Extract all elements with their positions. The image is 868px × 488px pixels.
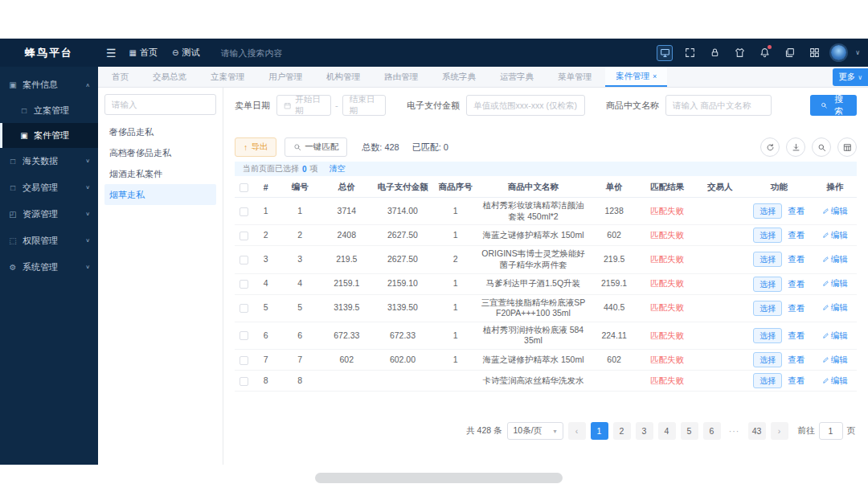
select-button[interactable]: 选择 xyxy=(753,373,782,388)
category-list-item[interactable]: 高档奢侈品走私 xyxy=(104,142,216,163)
more-tabs-button[interactable]: 更多 ∨ xyxy=(833,68,868,86)
tab[interactable]: 运营字典 xyxy=(489,67,547,87)
row-checkbox[interactable] xyxy=(240,256,248,265)
next-page-button[interactable]: › xyxy=(771,422,788,440)
clear-selection-link[interactable]: 清空 xyxy=(330,163,346,174)
view-link[interactable]: 查看 xyxy=(788,254,805,264)
tab[interactable]: 机构管理 xyxy=(316,67,374,87)
row-checkbox[interactable] xyxy=(240,304,248,313)
category-list-item[interactable]: 烟酒走私案件 xyxy=(104,163,216,184)
edit-link[interactable]: 编辑 xyxy=(822,355,848,364)
edit-link[interactable]: 编辑 xyxy=(822,278,848,288)
edit-link[interactable]: 编辑 xyxy=(822,330,848,340)
avatar-chevron-down-icon[interactable]: ∨ xyxy=(855,49,860,56)
sidebar-item[interactable]: ▣ 案件管理 xyxy=(0,123,98,148)
row-checkbox[interactable] xyxy=(240,280,248,289)
column-settings-icon[interactable] xyxy=(837,137,857,157)
page-button[interactable]: 3 xyxy=(636,422,653,440)
page-button[interactable]: 5 xyxy=(681,422,698,440)
sidebar-item[interactable]: ⚙ 系统管理 ∨ xyxy=(0,254,98,281)
refresh-icon[interactable] xyxy=(760,137,780,157)
edit-link[interactable]: 编辑 xyxy=(822,302,848,312)
row-checkbox[interactable] xyxy=(240,331,248,340)
sidebar-item[interactable]: ⬚ 权限管理 ∨ xyxy=(0,228,98,254)
page-size-select[interactable]: 10条/页 ▾ xyxy=(507,422,563,440)
monitor-icon[interactable] xyxy=(657,45,673,61)
search-button[interactable]: 搜索 xyxy=(810,95,857,116)
chevron-icon: ∨ xyxy=(85,158,90,164)
category-list-item[interactable]: 烟草走私 xyxy=(104,184,216,205)
product-name-input[interactable] xyxy=(665,95,772,116)
top-menu-test[interactable]: ⊖ 测试 xyxy=(172,47,199,59)
view-link[interactable]: 查看 xyxy=(788,279,805,289)
apps-grid-icon[interactable] xyxy=(806,45,822,61)
page-button[interactable]: 1 xyxy=(591,422,608,440)
category-search-input[interactable] xyxy=(104,94,216,115)
tab[interactable]: 用户管理 xyxy=(258,67,316,87)
date-end-picker[interactable]: 结束日期 xyxy=(342,95,386,116)
tab[interactable]: 路由管理 xyxy=(374,67,432,87)
edit-link[interactable]: 编辑 xyxy=(822,254,848,264)
view-link[interactable]: 查看 xyxy=(788,375,805,385)
sidebar-item[interactable]: ▣ 案件信息 ∧ xyxy=(0,72,98,98)
sidebar-item[interactable]: □ 交易管理 ∨ xyxy=(0,174,98,201)
row-checkbox[interactable] xyxy=(240,232,248,240)
sidebar-item[interactable]: □ 海关数据 ∨ xyxy=(0,148,98,174)
cell-index: 6 xyxy=(253,322,278,349)
user-avatar[interactable] xyxy=(831,45,846,60)
tab-close-icon[interactable]: × xyxy=(653,72,657,80)
select-button[interactable]: 选择 xyxy=(753,252,782,267)
select-button[interactable]: 选择 xyxy=(753,301,782,316)
top-menu-home[interactable]: ▦ 首页 xyxy=(129,47,158,59)
select-button[interactable]: 选择 xyxy=(753,352,782,367)
view-link[interactable]: 查看 xyxy=(788,355,805,364)
select-button[interactable]: 选择 xyxy=(753,328,782,343)
view-link[interactable]: 查看 xyxy=(788,230,805,240)
notification-bell-icon[interactable] xyxy=(756,45,772,61)
view-link[interactable]: 查看 xyxy=(788,330,805,340)
chevron-icon: ∧ xyxy=(85,82,90,88)
zoom-icon[interactable] xyxy=(812,137,831,157)
page-button[interactable]: 4 xyxy=(658,422,676,440)
page-button[interactable]: 43 xyxy=(748,422,766,440)
tab[interactable]: 菜单管理 xyxy=(547,67,605,87)
row-checkbox[interactable] xyxy=(240,207,248,216)
amount-input[interactable] xyxy=(466,95,585,116)
tab-label: 案件管理 xyxy=(616,71,649,82)
tab[interactable]: 系统字典 xyxy=(432,67,489,87)
data-table: # 编号 总价 电子支付金额 商品序号 xyxy=(235,178,857,392)
page-button[interactable]: 6 xyxy=(703,422,721,440)
edit-link[interactable]: 编辑 xyxy=(822,206,848,215)
row-checkbox[interactable] xyxy=(240,377,248,386)
tab[interactable]: 交易总览 xyxy=(142,67,200,87)
download-icon[interactable] xyxy=(786,137,805,157)
sidebar-item[interactable]: ◰ 资源管理 ∨ xyxy=(0,201,98,228)
row-checkbox[interactable] xyxy=(240,356,248,365)
view-link[interactable]: 查看 xyxy=(788,303,805,313)
one-click-match-button[interactable]: 一键匹配 xyxy=(285,137,347,157)
view-link[interactable]: 查看 xyxy=(788,206,805,215)
date-start-picker[interactable]: 开始日期 xyxy=(276,95,331,116)
category-list-item[interactable]: 奢侈品走私 xyxy=(104,121,216,142)
tab[interactable]: 首页 xyxy=(101,67,142,87)
layers-copy-icon[interactable] xyxy=(781,45,797,61)
prev-page-button[interactable]: ‹ xyxy=(568,422,586,440)
select-button[interactable]: 选择 xyxy=(753,203,782,219)
lock-icon[interactable] xyxy=(706,45,723,61)
goto-page-input[interactable] xyxy=(819,422,843,440)
select-all-checkbox[interactable] xyxy=(240,183,248,192)
fullscreen-icon[interactable] xyxy=(682,45,698,61)
page-button[interactable]: 2 xyxy=(613,422,631,440)
select-button[interactable]: 选择 xyxy=(753,228,782,243)
edit-link[interactable]: 编辑 xyxy=(822,375,848,385)
tab[interactable]: 立案管理 xyxy=(200,67,258,87)
export-button[interactable]: ↑ 导出 xyxy=(235,137,276,157)
tab[interactable]: 案件管理 × xyxy=(605,67,667,87)
page-button[interactable]: ··· xyxy=(726,422,743,440)
sidebar-item[interactable]: □ 立案管理 xyxy=(0,98,98,123)
edit-link[interactable]: 编辑 xyxy=(822,230,848,240)
select-button[interactable]: 选择 xyxy=(753,277,782,292)
hamburger-menu-icon[interactable]: ☰ xyxy=(106,47,117,59)
theme-shirt-icon[interactable] xyxy=(731,45,747,61)
global-search-input[interactable] xyxy=(220,48,341,58)
